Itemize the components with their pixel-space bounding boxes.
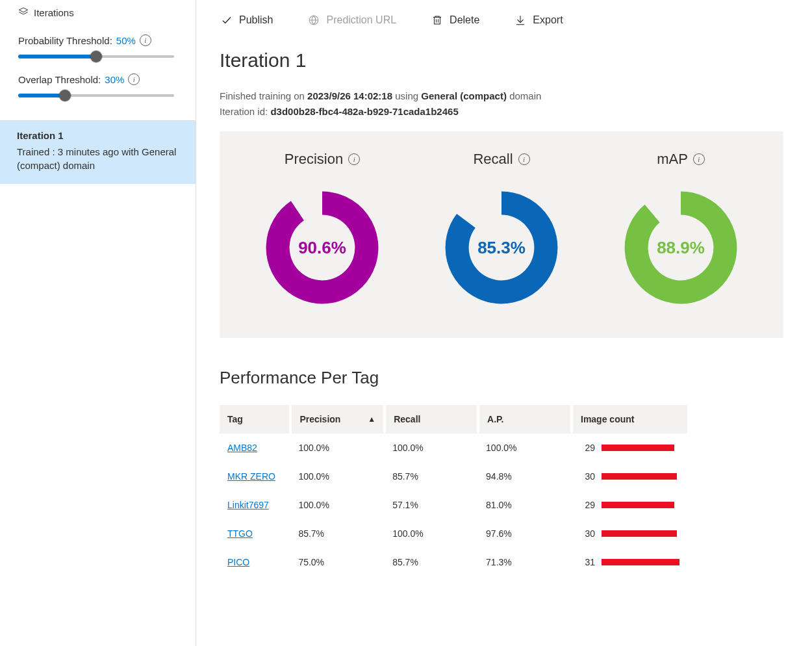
svg-rect-3 — [435, 18, 440, 25]
table-row: TTGO85.7%100.0%97.6%30 — [220, 519, 687, 548]
cell-recall: 57.1% — [385, 491, 478, 519]
image-count-cell: 30 — [579, 528, 679, 539]
sidebar: Iterations Probability Threshold: 50% i … — [0, 0, 196, 646]
image-count-bar — [602, 473, 677, 480]
map-stat: mAP i 88.9% — [622, 151, 739, 312]
image-count-bar — [602, 530, 677, 537]
cell-recall: 100.0% — [385, 433, 478, 462]
image-count-cell: 31 — [579, 557, 679, 567]
tag-link[interactable]: Linkit7697 — [227, 500, 269, 510]
page-title: Iteration 1 — [220, 49, 783, 71]
map-value: 88.9% — [657, 238, 705, 258]
info-icon[interactable]: i — [693, 153, 705, 165]
download-icon — [514, 14, 526, 26]
recall-value: 85.3% — [477, 238, 526, 258]
prediction-url-button: Prediction URL — [308, 14, 396, 26]
cell-ap: 100.0% — [478, 433, 572, 462]
overlap-threshold-slider[interactable] — [18, 89, 174, 102]
cell-recall: 85.7% — [385, 548, 478, 576]
iteration-item-subtitle: Trained : 3 minutes ago with General (co… — [17, 145, 185, 172]
map-label: mAP — [657, 151, 688, 168]
cell-recall: 100.0% — [385, 519, 478, 548]
export-label: Export — [533, 14, 563, 26]
cell-ap: 97.6% — [478, 519, 572, 548]
precision-value: 90.6% — [298, 238, 346, 258]
tag-link[interactable]: PICO — [227, 557, 249, 567]
iteration-list-item[interactable]: Iteration 1 Trained : 3 minutes ago with… — [0, 121, 196, 184]
table-row: Linkit7697100.0%57.1%81.0%29 — [220, 491, 687, 519]
recall-stat: Recall i 85.3% — [443, 151, 560, 312]
probability-threshold-value: 50% — [116, 35, 136, 46]
iteration-id-line: Iteration id: d3d00b28-fbc4-482a-b929-71… — [220, 104, 783, 120]
trash-icon — [431, 14, 443, 26]
sort-caret-icon: ▲ — [368, 415, 375, 424]
image-count-cell: 30 — [579, 471, 679, 482]
col-precision[interactable]: Precision▲ — [290, 405, 385, 433]
stats-panel: Precision i 90.6% Recall i 85.3% — [220, 131, 783, 338]
cell-ap: 71.3% — [478, 548, 572, 576]
precision-stat: Precision i 90.6% — [264, 151, 381, 312]
col-ap[interactable]: A.P. — [478, 405, 572, 433]
col-tag[interactable]: Tag — [220, 405, 290, 433]
col-recall[interactable]: Recall — [385, 405, 478, 433]
toolbar: Publish Prediction URL Delete — [220, 0, 783, 49]
image-count-bar — [602, 559, 679, 565]
image-count-bar — [602, 445, 674, 451]
info-icon[interactable]: i — [140, 34, 151, 46]
prediction-url-label: Prediction URL — [326, 14, 396, 26]
tag-link[interactable]: MKR ZERO — [227, 471, 275, 482]
cell-precision: 85.7% — [290, 519, 385, 548]
cell-precision: 75.0% — [290, 548, 385, 576]
table-row: PICO75.0%85.7%71.3%31 — [220, 548, 687, 576]
iterations-header: Iterations — [18, 4, 186, 28]
image-count-cell: 29 — [579, 500, 679, 510]
globe-icon — [308, 14, 320, 26]
performance-table: Tag Precision▲ Recall A.P. Image count A… — [220, 405, 687, 576]
cell-ap: 94.8% — [478, 462, 572, 491]
tag-link[interactable]: AMB82 — [227, 443, 257, 453]
main-content: Publish Prediction URL Delete — [196, 0, 812, 646]
probability-threshold-label: Probability Threshold: — [18, 35, 112, 46]
col-image-count[interactable]: Image count — [572, 405, 687, 433]
info-icon[interactable]: i — [348, 153, 360, 165]
check-icon — [221, 14, 233, 26]
info-icon[interactable]: i — [128, 73, 140, 85]
svg-marker-0 — [19, 8, 27, 12]
image-count-bar — [602, 502, 674, 508]
publish-button[interactable]: Publish — [221, 14, 273, 26]
cell-recall: 85.7% — [385, 462, 478, 491]
overlap-threshold-row: Overlap Threshold: 30% i — [18, 73, 186, 85]
probability-threshold-row: Probability Threshold: 50% i — [18, 34, 186, 46]
delete-label: Delete — [450, 14, 479, 26]
performance-per-tag-title: Performance Per Tag — [220, 368, 783, 388]
overlap-threshold-value: 30% — [105, 74, 124, 85]
iteration-item-title: Iteration 1 — [17, 130, 185, 141]
recall-label: Recall — [473, 151, 513, 168]
info-icon[interactable]: i — [518, 153, 530, 165]
overlap-threshold-label: Overlap Threshold: — [18, 74, 101, 85]
publish-label: Publish — [239, 14, 273, 26]
image-count-cell: 29 — [579, 443, 679, 453]
export-button[interactable]: Export — [514, 14, 563, 26]
table-row: MKR ZERO100.0%85.7%94.8%30 — [220, 462, 687, 491]
cell-ap: 81.0% — [478, 491, 572, 519]
tag-link[interactable]: TTGO — [227, 528, 253, 539]
iterations-header-label: Iterations — [34, 7, 74, 18]
delete-button[interactable]: Delete — [431, 14, 479, 26]
cell-precision: 100.0% — [290, 433, 385, 462]
cell-precision: 100.0% — [290, 462, 385, 491]
table-row: AMB82100.0%100.0%100.0%29 — [220, 433, 687, 462]
precision-label: Precision — [285, 151, 343, 168]
training-meta: Finished training on 2023/9/26 14:02:18 … — [220, 88, 783, 104]
layers-icon — [18, 6, 29, 19]
probability-threshold-slider[interactable] — [18, 50, 174, 63]
cell-precision: 100.0% — [290, 491, 385, 519]
